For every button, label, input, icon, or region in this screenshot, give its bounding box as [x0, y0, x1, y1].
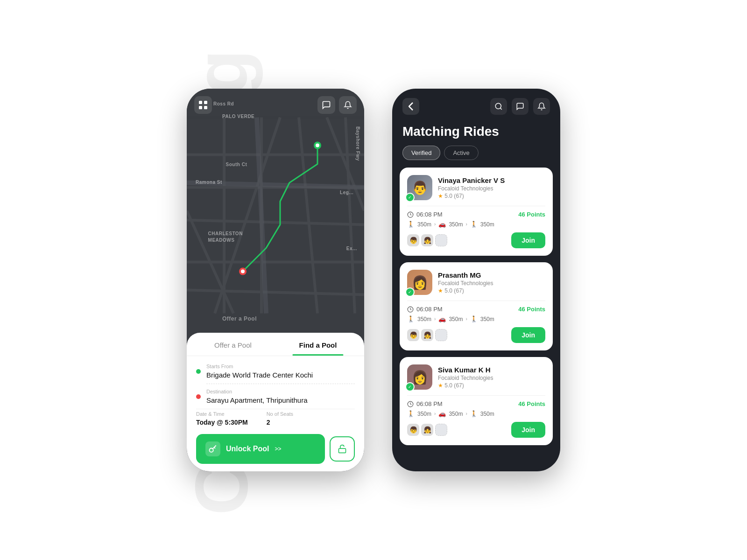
- rides-list: 👨 ✓ Vinaya Panicker V S Focaloid Technol…: [392, 168, 560, 471]
- svg-point-25: [495, 103, 501, 109]
- starts-from-label: Starts From: [206, 364, 313, 369]
- thumb-2c: [435, 329, 447, 341]
- join-button-1[interactable]: Join: [511, 232, 545, 248]
- ride-card-1-body: 06:08 PM 46 Points 🚶 350m › 🚗 350m › 🚶 3…: [407, 206, 545, 248]
- ride-footer-2: 👦 👧 Join: [407, 327, 545, 343]
- arrow-3a: ›: [434, 411, 436, 416]
- tab-find-pool[interactable]: Find a Pool: [275, 333, 360, 356]
- right-header: [392, 89, 560, 120]
- dist-1c: 350m: [480, 221, 494, 228]
- time-left-3: 06:08 PM: [407, 400, 443, 407]
- star-icon-3: ★: [438, 382, 443, 389]
- seats-value: 2: [267, 419, 270, 426]
- car-icon-2: 🚗: [438, 315, 446, 322]
- lock-button[interactable]: [330, 436, 355, 462]
- scene: PALO VERDE Ross Rd Bayshore Fwy Ramona S…: [168, 70, 579, 490]
- start-dot: [196, 369, 201, 374]
- bell-icon-right[interactable]: [533, 98, 550, 115]
- dist-3c: 350m: [480, 411, 494, 417]
- ride-points-2: 46 Points: [518, 306, 545, 313]
- unlock-row: Unlock Pool >>: [196, 434, 355, 464]
- thumb-2a: 👦: [407, 329, 419, 341]
- map-label-bayshore: Bayshore Fwy: [355, 126, 360, 161]
- star-icon-1: ★: [438, 193, 443, 199]
- svg-point-23: [210, 448, 213, 452]
- dist-3a: 350m: [417, 411, 431, 417]
- ride-card-3-header: 👩 ✓ Siva Kumar K H Focaloid Technologies…: [407, 364, 545, 390]
- ride-time-1: 06:08 PM: [416, 211, 443, 218]
- avatar-wrap-1: 👨 ✓: [407, 175, 432, 200]
- ride-rating-1: ★ 5.0 (67): [438, 193, 505, 199]
- seats-col: No of Seats 2: [267, 411, 293, 427]
- map-area: PALO VERDE Ross Rd Bayshore Fwy Ramona S…: [187, 89, 364, 342]
- person-icon-1b: 🚶: [470, 221, 478, 228]
- ride-footer-3: 👦 👧 Join: [407, 422, 545, 438]
- ride-name-1: Vinaya Panicker V S: [438, 176, 505, 184]
- filter-active[interactable]: Active: [444, 146, 478, 160]
- back-button[interactable]: [402, 98, 419, 115]
- starts-from-row: Starts From Brigade World Trade Center K…: [196, 364, 355, 379]
- ride-company-2: Focaloid Technologies: [438, 280, 493, 287]
- svg-rect-21: [199, 106, 202, 109]
- ride-card-2-body: 06:08 PM 46 Points 🚶 350m › 🚗 350m › 🚶 3…: [407, 301, 545, 343]
- svg-rect-20: [204, 101, 207, 104]
- join-button-2[interactable]: Join: [511, 327, 545, 343]
- ride-name-2: Prasanth MG: [438, 271, 493, 279]
- map-label-charleston: CHARLESTONMEADOWS: [208, 231, 243, 244]
- left-phone: PALO VERDE Ross Rd Bayshore Fwy Ramona S…: [187, 89, 364, 471]
- distance-row-2: 🚶 350m › 🚗 350m › 🚶 350m: [407, 315, 545, 322]
- join-button-3[interactable]: Join: [511, 422, 545, 438]
- filter-tabs: Verified Active: [392, 146, 560, 168]
- ride-rating-2: ★ 5.0 (67): [438, 287, 493, 294]
- grid-menu-button[interactable]: [194, 96, 212, 114]
- passenger-thumbs-2: 👦 👧: [407, 329, 447, 341]
- svg-rect-19: [199, 101, 202, 104]
- map-label-offer: Offer a Pool: [222, 315, 257, 322]
- bell-icon-left[interactable]: [339, 96, 357, 114]
- ride-time-2: 06:08 PM: [416, 306, 443, 313]
- svg-point-18: [241, 270, 245, 273]
- dest-dot: [196, 394, 201, 399]
- person-icon-3b: 🚶: [470, 410, 478, 417]
- filter-verified[interactable]: Verified: [402, 146, 440, 160]
- passenger-thumbs-3: 👦 👧: [407, 424, 447, 436]
- person-icon-3a: 🚶: [407, 410, 415, 417]
- map-right-icons: [317, 96, 357, 114]
- chat-icon-left[interactable]: [317, 96, 335, 114]
- svg-rect-22: [204, 106, 207, 109]
- bottom-panel: Offer a Pool Find a Pool Starts From Bri…: [187, 333, 364, 471]
- map-label-ex: Ex...: [346, 246, 357, 251]
- chat-icon-right[interactable]: [512, 98, 529, 115]
- unlock-pool-button[interactable]: Unlock Pool >>: [196, 434, 325, 464]
- right-phone: Matching Rides Verified Active 👨 ✓ Vina: [392, 89, 560, 471]
- person-icon-2a: 🚶: [407, 315, 415, 322]
- dist-3b: 350m: [449, 411, 463, 417]
- verified-badge-1: ✓: [405, 193, 415, 202]
- destination-row: Destination Sarayu Apartment, Thripunith…: [196, 389, 355, 404]
- dist-2c: 350m: [480, 316, 494, 322]
- unlock-pool-label: Unlock Pool: [226, 445, 269, 453]
- ride-card-1-header: 👨 ✓ Vinaya Panicker V S Focaloid Technol…: [407, 175, 545, 200]
- tabs-row: Offer a Pool Find a Pool: [187, 333, 364, 356]
- search-icon-right[interactable]: [490, 98, 507, 115]
- arrow-1a: ›: [434, 222, 436, 227]
- dist-2b: 350m: [449, 316, 463, 322]
- person-icon-1a: 🚶: [407, 221, 415, 228]
- thumb-1c: [435, 234, 447, 246]
- star-icon-2: ★: [438, 287, 443, 294]
- ride-time-row-2: 06:08 PM 46 Points: [407, 306, 545, 313]
- dist-2a: 350m: [417, 316, 431, 322]
- date-time-label: Date & Time: [196, 411, 248, 417]
- matching-rides-title: Matching Rides: [392, 120, 560, 146]
- tab-offer-pool[interactable]: Offer a Pool: [190, 333, 275, 356]
- thumb-2b: 👧: [421, 329, 433, 341]
- verified-badge-3: ✓: [405, 382, 415, 392]
- car-icon-3: 🚗: [438, 410, 446, 417]
- distance-row-3: 🚶 350m › 🚗 350m › 🚶 350m: [407, 410, 545, 417]
- thumb-3c: [435, 424, 447, 436]
- verified-badge-2: ✓: [405, 287, 415, 297]
- dist-1a: 350m: [417, 221, 431, 228]
- map-label-leg: Leg...: [340, 190, 353, 195]
- ride-points-3: 46 Points: [518, 400, 545, 407]
- arrow-1b: ›: [465, 222, 467, 227]
